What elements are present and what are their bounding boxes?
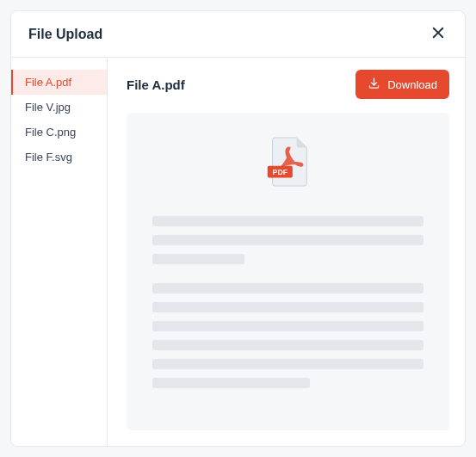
preview-header: File A.pdf Download — [127, 70, 449, 99]
pdf-file-icon: PDF — [262, 135, 315, 192]
content-placeholder — [152, 216, 423, 397]
preview-filename: File A.pdf — [127, 77, 185, 92]
file-item-file-v[interactable]: File V.jpg — [11, 95, 107, 120]
modal-title: File Upload — [28, 27, 102, 42]
file-item-file-c[interactable]: File C.png — [11, 120, 107, 145]
file-upload-modal: File Upload File A.pdf File V.jpg File C… — [10, 10, 466, 447]
download-button-label: Download — [387, 78, 437, 91]
file-item-label: File V.jpg — [25, 101, 71, 114]
file-item-file-a[interactable]: File A.pdf — [11, 70, 107, 95]
file-item-label: File A.pdf — [25, 76, 71, 89]
download-button[interactable]: Download — [355, 70, 449, 99]
modal-header: File Upload — [11, 11, 465, 58]
file-item-file-f[interactable]: File F.svg — [11, 145, 107, 170]
file-preview-area: PDF — [127, 113, 449, 430]
download-icon — [368, 77, 380, 92]
file-list-sidebar: File A.pdf File V.jpg File C.png File F.… — [11, 58, 108, 446]
pdf-badge-text: PDF — [272, 168, 287, 176]
modal-body: File A.pdf File V.jpg File C.png File F.… — [11, 58, 465, 446]
close-button[interactable] — [429, 23, 448, 45]
file-preview-panel: File A.pdf Download — [108, 58, 465, 446]
close-icon — [430, 25, 446, 43]
file-item-label: File C.png — [25, 126, 76, 139]
file-item-label: File F.svg — [25, 151, 72, 164]
